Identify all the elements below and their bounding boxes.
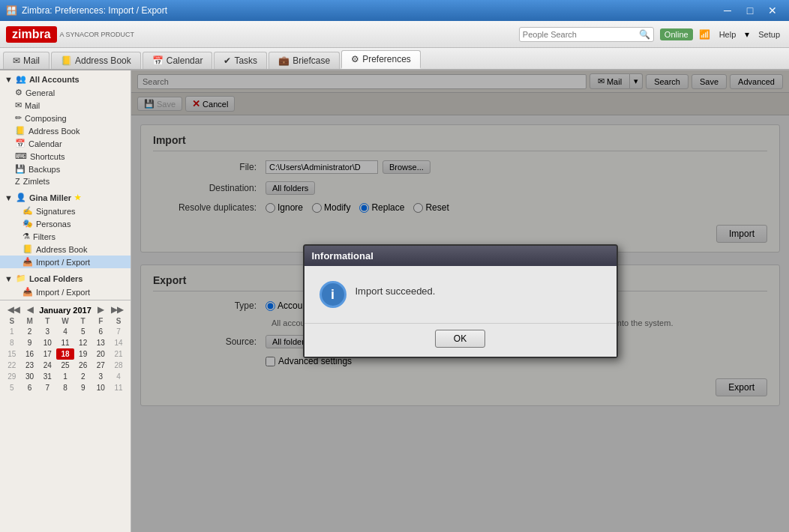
sidebar-item-addressbook2[interactable]: 📒 Address Book <box>0 243 130 256</box>
cal-day[interactable]: 24 <box>38 360 56 371</box>
tab-tasks[interactable]: ✔ Tasks <box>214 52 267 69</box>
sidebar-item-signatures[interactable]: ✍ Signatures <box>0 205 130 217</box>
expand-arrow2-icon: ▼ <box>4 193 13 202</box>
cal-day[interactable]: 5 <box>74 326 92 337</box>
tab-calendar[interactable]: 📅 Calendar <box>142 52 213 69</box>
cal-day[interactable]: 2 <box>21 326 39 337</box>
sidebar-item-calendar[interactable]: 📅 Calendar <box>0 137 130 150</box>
mini-calendar: ◀◀ ◀ January 2017 ▶ ▶▶ S M T W T F S <box>0 300 130 396</box>
cal-day[interactable]: 3 <box>38 326 56 337</box>
expand-arrow3-icon: ▼ <box>4 274 13 283</box>
cal-day[interactable]: 28 <box>110 360 128 371</box>
cal-day[interactable]: 4 <box>56 326 74 337</box>
all-accounts-header[interactable]: ▼ 👥 All Accounts <box>0 72 130 86</box>
help-button[interactable]: Help <box>716 28 740 40</box>
calendar-icon: 📅 <box>152 55 164 66</box>
day-header-thu: T <box>74 316 92 326</box>
general-label: General <box>26 88 55 97</box>
tab-preferences[interactable]: ⚙ Preferences <box>341 50 421 69</box>
setup-button[interactable]: Setup <box>755 28 783 40</box>
gina-miller-header[interactable]: ▼ 👤 Gina Miller ★ <box>0 190 130 205</box>
import-export2-icon: 📥 <box>22 287 33 297</box>
cal-day[interactable]: 31 <box>38 371 56 382</box>
cal-day[interactable]: 7 <box>110 326 128 337</box>
sidebar-item-import-export2[interactable]: 📥 Import / Export <box>0 285 130 298</box>
info-icon: i <box>320 281 346 308</box>
star-icon: ★ <box>74 193 81 202</box>
sidebar-item-general[interactable]: ⚙ General <box>0 86 130 99</box>
cal-day[interactable]: 3 <box>92 371 110 382</box>
cal-day[interactable]: 4 <box>110 371 128 382</box>
cal-day[interactable]: 29 <box>3 371 21 382</box>
local-folders-header[interactable]: ▼ 📁 Local Folders <box>0 271 130 285</box>
backups-icon: 💾 <box>15 164 26 174</box>
month-year-label: January 2017 <box>39 306 92 315</box>
cal-day[interactable]: 8 <box>3 337 21 348</box>
cal-day[interactable]: 25 <box>56 360 74 371</box>
ok-button[interactable]: OK <box>435 330 485 348</box>
content-area: ✉ Mail ▾ Search Save Advanced 💾 Save ✕ <box>131 70 789 532</box>
sidebar-item-backups[interactable]: 💾 Backups <box>0 163 130 175</box>
sidebar-item-import-export[interactable]: 📥 Import / Export <box>0 256 130 268</box>
sidebar-item-filters[interactable]: ⚗ Filters <box>0 230 130 243</box>
cal-day[interactable]: 14 <box>110 337 128 348</box>
tab-mail[interactable]: ✉ Mail <box>3 52 50 69</box>
cal-day[interactable]: 26 <box>74 360 92 371</box>
cal-day[interactable]: 8 <box>56 382 74 393</box>
tab-address-book[interactable]: 📒 Address Book <box>51 52 141 69</box>
cal-day[interactable]: 7 <box>38 382 56 393</box>
cal-day[interactable]: 30 <box>21 371 39 382</box>
cal-day[interactable]: 12 <box>74 337 92 348</box>
filters-icon: ⚗ <box>22 232 30 241</box>
next-month-button[interactable]: ▶ <box>96 305 105 315</box>
zimlets-icon: Z <box>15 177 20 186</box>
tab-tasks-label: Tasks <box>234 55 257 66</box>
general-icon: ⚙ <box>15 88 22 97</box>
cal-day[interactable]: 23 <box>21 360 39 371</box>
cal-day[interactable]: 5 <box>3 382 21 393</box>
cal-day[interactable]: 11 <box>110 382 128 393</box>
cal-day[interactable]: 9 <box>21 337 39 348</box>
cal-day[interactable]: 16 <box>21 348 39 360</box>
cal-day[interactable]: 13 <box>92 337 110 348</box>
import-export2-label: Import / Export <box>36 288 90 297</box>
cal-day[interactable]: 22 <box>3 360 21 371</box>
prev-month-button[interactable]: ◀ <box>26 305 34 315</box>
cal-day[interactable]: 11 <box>56 337 74 348</box>
minimize-button[interactable]: ─ <box>717 3 738 18</box>
cal-day[interactable]: 2 <box>74 371 92 382</box>
cal-day[interactable]: 6 <box>92 326 110 337</box>
cal-day[interactable]: 1 <box>56 371 74 382</box>
sidebar-item-shortcuts[interactable]: ⌨ Shortcuts <box>0 150 130 163</box>
cal-day[interactable]: 17 <box>38 348 56 360</box>
modal-overlay: Informational i Import succeeded. OK <box>131 70 789 532</box>
window-title: Zimbra: Preferences: Import / Export <box>22 5 167 16</box>
people-search-input[interactable] <box>523 30 639 39</box>
prev-year-button[interactable]: ◀◀ <box>6 305 21 315</box>
app-icon: 🪟 <box>6 5 17 16</box>
sidebar-item-composing[interactable]: ✏ Composing <box>0 112 130 124</box>
sidebar-item-personas[interactable]: 🎭 Personas <box>0 217 130 230</box>
cal-day[interactable]: 1 <box>3 326 21 337</box>
cal-day[interactable]: 6 <box>21 382 39 393</box>
sidebar-item-zimlets[interactable]: Z Zimlets <box>0 175 130 187</box>
cal-day[interactable]: 10 <box>92 382 110 393</box>
close-button[interactable]: ✕ <box>762 3 783 18</box>
cal-day[interactable]: 15 <box>3 348 21 360</box>
cal-day[interactable]: 27 <box>92 360 110 371</box>
maximize-button[interactable]: □ <box>740 3 760 18</box>
sidebar-item-mail[interactable]: ✉ Mail <box>0 99 130 112</box>
signatures-label: Signatures <box>36 207 76 216</box>
next-year-button[interactable]: ▶▶ <box>110 305 124 315</box>
cal-day[interactable]: 18 <box>56 348 74 360</box>
logo-image: zimbra <box>6 26 57 43</box>
sidebar-item-addressbook[interactable]: 📒 Address Book <box>0 124 130 137</box>
cal-day[interactable]: 20 <box>92 348 110 360</box>
cal-day[interactable]: 10 <box>38 337 56 348</box>
tab-briefcase[interactable]: 💼 Briefcase <box>268 52 340 69</box>
cal-day[interactable]: 9 <box>74 382 92 393</box>
cal-day[interactable]: 19 <box>74 348 92 360</box>
cal-day[interactable]: 21 <box>110 348 128 360</box>
people-search-box[interactable]: 🔍 <box>519 27 654 42</box>
title-bar-controls: ─ □ ✕ <box>717 3 783 18</box>
